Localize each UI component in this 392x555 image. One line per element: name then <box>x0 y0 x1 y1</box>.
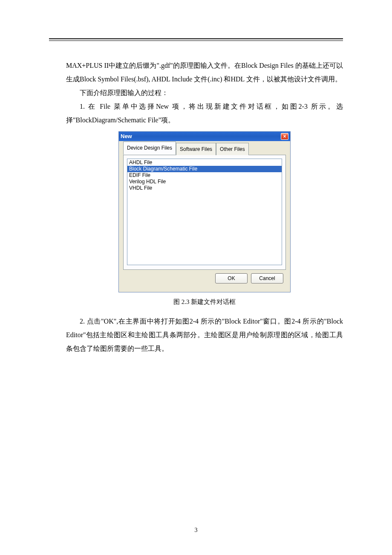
list-item[interactable]: EDIF File <box>127 172 282 179</box>
paragraph-3: 1. 在 File 菜单中选择New 项，将出现新建文件对话框，如图2-3 所示… <box>66 100 343 127</box>
paragraph-2: 下面介绍原理图输入的过程： <box>66 86 343 100</box>
figure-new-dialog: New × Device Design Files Software Files… <box>66 131 343 292</box>
file-type-listbox[interactable]: AHDL File Block Diagram/Schematic File E… <box>127 159 282 265</box>
body-text: MAX+PLUS II中建立的后缀为".gdf"的原理图输入文件。在Block … <box>64 59 343 356</box>
dialog-body: Device Design Files Software Files Other… <box>119 141 290 292</box>
page-number: 3 <box>0 527 392 534</box>
tab-other-files[interactable]: Other Files <box>216 143 249 155</box>
ok-button[interactable]: OK <box>215 273 248 283</box>
document-page: MAX+PLUS II中建立的后缀为".gdf"的原理图输入文件。在Block … <box>0 0 392 555</box>
list-item[interactable]: AHDL File <box>127 159 282 166</box>
list-item-selected[interactable]: Block Diagram/Schematic File <box>127 166 282 172</box>
cancel-button[interactable]: Cancel <box>251 273 283 283</box>
close-icon[interactable]: × <box>281 133 288 140</box>
tab-device-design-files[interactable]: Device Design Files <box>123 142 176 155</box>
list-item[interactable]: VHDL File <box>127 185 282 191</box>
paragraph-4: 2. 点击"OK",在主界面中将打开如图2-4 所示的"Block Editor… <box>66 315 343 356</box>
figure-caption: 图 2.3 新建文件对话框 <box>66 297 343 307</box>
dialog-title: New <box>121 131 132 142</box>
tab-software-files[interactable]: Software Files <box>176 143 216 155</box>
new-dialog-window: New × Device Design Files Software Files… <box>118 131 291 292</box>
dialog-button-row: OK Cancel <box>123 270 286 288</box>
tab-panel: AHDL File Block Diagram/Schematic File E… <box>123 155 286 270</box>
paragraph-1: MAX+PLUS II中建立的后缀为".gdf"的原理图输入文件。在Block … <box>66 59 343 86</box>
header-rule <box>49 38 343 39</box>
list-item[interactable]: Verilog HDL File <box>127 179 282 185</box>
dialog-titlebar: New × <box>119 132 290 141</box>
tab-strip: Device Design Files Software Files Other… <box>123 145 286 155</box>
